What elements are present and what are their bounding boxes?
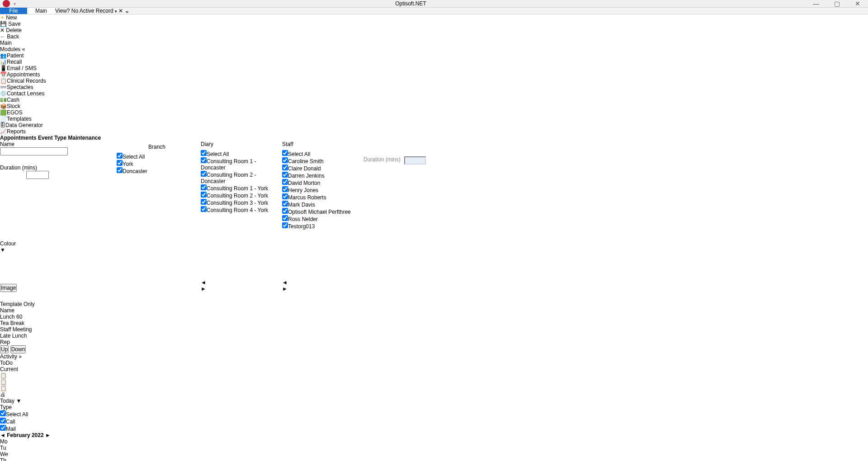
table-row[interactable]: Tea Break [0,320,868,326]
list-item[interactable]: Caroline Smith [282,157,360,165]
tab-main[interactable]: Main [27,8,55,14]
table-row[interactable]: Rep [0,339,868,345]
scroll-left-icon[interactable]: ◄ [201,279,278,286]
close-icon[interactable]: ✕ [847,0,868,7]
staff-list[interactable]: Select AllCaroline SmithClaire DonaldDar… [282,150,360,279]
collapse-ribbon-icon[interactable]: ⌄ [125,8,129,14]
checkbox[interactable] [201,192,207,198]
sidebar-item-stock[interactable]: 📦Stock [0,103,868,109]
list-item[interactable]: Consulting Room 1 - Doncaster [201,157,278,171]
list-item[interactable]: Mark Davis [282,201,360,208]
list-item[interactable]: Claire Donald [282,165,360,172]
colour-dropdown-icon[interactable]: ▼ [0,247,113,253]
sidebar-item-contact-lenses[interactable]: 💿Contact Lenses [0,90,868,97]
down-button[interactable]: Down [10,345,26,353]
diary-header[interactable]: Diary [201,141,278,147]
clipboard-delete-icon[interactable]: 📋 [0,379,868,385]
sidebar-item-email-sms[interactable]: 📱Email / SMS [0,65,868,71]
list-item[interactable]: Ross Nelder [282,215,360,222]
collapse-activity-icon[interactable]: » [19,353,22,360]
maximize-icon[interactable]: ▢ [826,0,847,7]
checkbox[interactable] [201,206,207,212]
record-dropdown-icon[interactable]: ▾ [115,9,117,14]
list-item[interactable]: Mail [0,425,868,432]
list-item[interactable]: Marcus Roberts [282,193,360,201]
staff-hscroll[interactable]: ◄ ► [282,279,360,292]
minimize-icon[interactable]: — [806,0,826,7]
scroll-right-icon[interactable]: ► [282,286,360,292]
list-item[interactable]: Henry Jones [282,186,360,193]
scroll-left-icon[interactable]: ◄ [282,279,360,286]
clear-record-icon[interactable]: ✕ [118,8,123,14]
sidebar-item-egos[interactable]: 🟩EGOS [0,109,868,116]
list-item[interactable]: Darren Jenkins [282,172,360,179]
event-type-grid[interactable]: Name Lunch 60Tea BreakStaff MeetingLate … [0,307,868,345]
cal-prev-icon[interactable]: ◄ [0,432,5,438]
tab-file[interactable]: File [0,8,27,14]
checkbox[interactable] [117,167,123,173]
checkbox[interactable] [117,153,123,159]
list-item[interactable]: Consulting Room 2 - Doncaster [201,171,278,184]
chevron-down-icon[interactable]: ▼ [16,398,21,404]
select-all-row[interactable]: Select All [117,153,197,160]
sidebar-item-templates[interactable]: 📄Templates [0,116,868,122]
checkbox[interactable] [201,171,207,177]
checkbox[interactable] [201,150,207,156]
select-all-row[interactable]: Select All [282,150,360,157]
sidebar-item-recall[interactable]: 📊Recall [0,59,868,65]
help-icon[interactable]: ? [67,8,70,14]
sidebar-item-clinical-records[interactable]: 📋Clinical Records [0,78,868,84]
active-record-label[interactable]: No Active Record [71,8,113,14]
name-input[interactable] [0,147,68,155]
print-icon[interactable]: 🖨 [0,391,868,398]
scroll-right-icon[interactable]: ► [201,286,278,292]
list-item[interactable]: Consulting Room 2 - York [201,192,278,199]
checkbox[interactable] [282,157,288,163]
staff-header[interactable]: Staff [282,141,360,147]
table-row[interactable]: Lunch 60 [0,314,868,320]
list-item[interactable]: Consulting Room 3 - York [201,199,278,206]
checkbox[interactable] [282,193,288,199]
up-button[interactable]: Up [0,345,9,353]
clipboard-icon[interactable]: 📋 [0,372,868,379]
list-item[interactable]: Doncaster [117,167,197,174]
checkbox[interactable] [282,165,288,170]
new-button[interactable]: ✦ New [0,14,868,21]
name-column-header[interactable]: Name [0,307,868,314]
checkbox[interactable] [282,222,288,228]
diary-list[interactable]: Select AllConsulting Room 1 - DoncasterC… [201,150,278,279]
tab-view[interactable]: View [55,8,67,14]
checkbox[interactable] [201,184,207,190]
today-dropdown[interactable]: Today ▼ [0,398,868,404]
checkbox[interactable] [282,208,288,214]
select-all-row[interactable]: Select All [201,150,278,157]
cal-next-icon[interactable]: ► [45,432,51,438]
table-row[interactable]: Staff Meeting [0,326,868,333]
table-row[interactable]: Late Lunch [0,333,868,339]
sidebar-item-patient[interactable]: 👥Patient [0,52,868,59]
sidebar-item-appointments[interactable]: 📅Appointments [0,71,868,78]
back-button[interactable]: ← Back [0,33,868,40]
image-button[interactable]: Image [0,284,17,292]
checkbox[interactable] [201,157,207,163]
list-item[interactable]: David Morton [282,179,360,186]
select-all-row[interactable]: Select All [0,410,868,418]
duration-input[interactable] [26,171,49,179]
checkbox[interactable] [282,215,288,221]
list-item[interactable]: York [117,160,197,167]
sidebar-item-cash[interactable]: 💵Cash [0,97,868,103]
clipboard-check-icon[interactable]: 📋 [0,385,868,391]
list-item[interactable]: Optisoft Michael Perfthree [282,208,360,215]
sidebar-item-reports[interactable]: 📈Reports [0,128,868,135]
checkbox[interactable] [282,186,288,192]
branch-list[interactable]: Select AllYorkDoncaster [117,153,197,293]
list-item[interactable]: Testorg013 [282,222,360,230]
calendar[interactable]: ◄ February 2022 ► MoTuWeThFrSaSu31123456… [0,432,868,461]
list-item[interactable]: Consulting Room 4 - York [201,206,278,213]
checkbox[interactable] [282,172,288,178]
sidebar-item-spectacles[interactable]: 👓Spectacles [0,84,868,90]
duration2-input[interactable] [404,156,426,165]
checkbox[interactable] [117,160,123,166]
diary-hscroll[interactable]: ◄ ► [201,279,278,292]
sidebar-item-data-generator[interactable]: 🗄Data Generator [0,122,868,128]
